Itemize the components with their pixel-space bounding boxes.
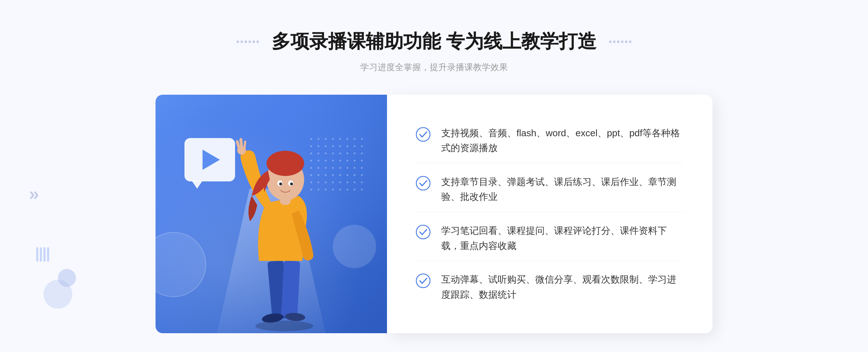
svg-point-11 (290, 183, 293, 185)
svg-point-7 (267, 151, 304, 176)
feature-item-4: 互动弹幕、试听购买、微信分享、观看次数限制、学习进度跟踪、数据统计 (416, 265, 684, 309)
deco-dot (617, 40, 620, 43)
deco-dot (248, 40, 251, 43)
content-card: 支持视频、音频、flash、word、excel、ppt、pdf等各种格式的资源… (387, 95, 712, 333)
svg-point-0 (255, 321, 313, 331)
deco-dot (621, 40, 624, 43)
svg-point-15 (416, 225, 430, 239)
deco-dot (244, 40, 247, 43)
deco-dot (256, 40, 259, 43)
header-deco-left (237, 40, 259, 43)
feature-text-1: 支持视频、音频、flash、word、excel、ppt、pdf等各种格式的资源… (441, 126, 684, 156)
feature-item-2: 支持章节目录、弹题考试、课后练习、课后作业、章节测验、批改作业 (416, 167, 684, 212)
svg-point-10 (279, 183, 282, 185)
feature-text-3: 学习笔记回看、课程提问、课程评论打分、课件资料下载，重点内容收藏 (441, 223, 684, 253)
header-section: 多项录播课辅助功能 专为线上教学打造 学习进度全掌握，提升录播课教学效果 (237, 0, 631, 73)
feature-item-3: 学习笔记回看、课程提问、课程评论打分、课件资料下载，重点内容收藏 (416, 216, 684, 261)
left-chevrons-decoration: » (29, 185, 39, 203)
play-triangle-icon (203, 150, 220, 170)
deco-dot (625, 40, 627, 43)
page-title: 多项录播课辅助功能 专为线上教学打造 (237, 29, 631, 54)
check-icon-3 (416, 225, 430, 239)
deco-dot (237, 40, 239, 43)
svg-point-16 (416, 274, 430, 288)
feature-item-1: 支持视频、音频、flash、word、excel、ppt、pdf等各种格式的资源… (416, 119, 684, 163)
deco-dot (609, 40, 612, 43)
header-deco-right (609, 40, 631, 43)
deco-circle-1 (156, 232, 206, 297)
page-container: 多项录播课辅助功能 专为线上教学打造 学习进度全掌握，提升录播课教学效果 (0, 0, 868, 352)
check-icon-2 (416, 176, 430, 190)
illustration-card (156, 95, 387, 333)
main-content: 支持视频、音频、flash、word、excel、ppt、pdf等各种格式的资源… (145, 95, 723, 333)
deco-dot (613, 40, 616, 43)
deco-dot (629, 40, 631, 43)
deco-circle-small-2 (58, 269, 76, 287)
page-subtitle: 学习进度全掌握，提升录播课教学效果 (237, 61, 631, 73)
check-icon-1 (416, 127, 430, 142)
svg-point-14 (416, 176, 430, 190)
title-text: 多项录播课辅助功能 专为线上教学打造 (272, 29, 596, 54)
check-icon-4 (416, 274, 430, 288)
deco-dot (241, 40, 243, 43)
feature-text-4: 互动弹幕、试听购买、微信分享、观看次数限制、学习进度跟踪、数据统计 (441, 272, 684, 302)
svg-rect-2 (281, 261, 300, 317)
feature-text-2: 支持章节目录、弹题考试、课后练习、课后作业、章节测验、批改作业 (441, 175, 684, 205)
stripes-decoration (36, 247, 49, 262)
person-illustration (219, 124, 349, 333)
svg-point-13 (416, 128, 430, 141)
deco-dot (252, 40, 255, 43)
